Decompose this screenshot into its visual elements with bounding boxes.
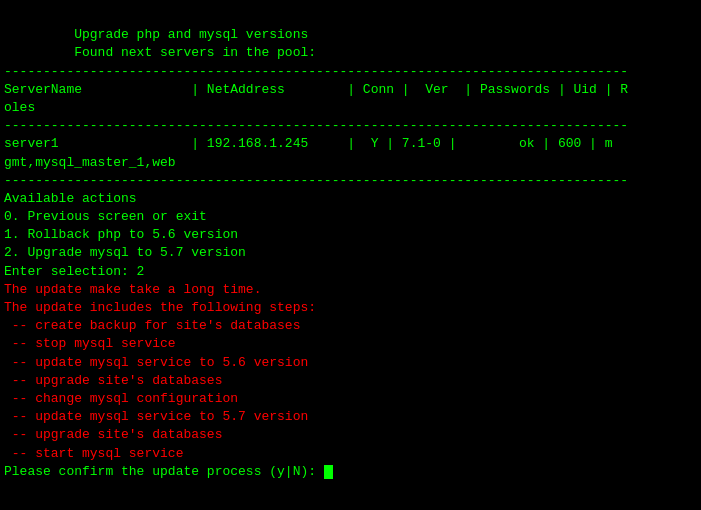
terminal-line: -- stop mysql service (4, 335, 697, 353)
terminal-line: -- change mysql configuration (4, 390, 697, 408)
terminal-line: Upgrade php and mysql versions (4, 26, 697, 44)
terminal-line: -- upgrade site's databases (4, 372, 697, 390)
terminal-line: The update includes the following steps: (4, 299, 697, 317)
terminal-line: ----------------------------------------… (4, 63, 697, 81)
terminal-line: Enter selection: 2 (4, 263, 697, 281)
terminal-cursor (324, 465, 333, 479)
terminal-line: -- start mysql service (4, 445, 697, 463)
terminal-line: Found next servers in the pool: (4, 44, 697, 62)
terminal-line: ----------------------------------------… (4, 117, 697, 135)
terminal-line: 1. Rollback php to 5.6 version (4, 226, 697, 244)
terminal-line: Available actions (4, 190, 697, 208)
terminal-line: The update make take a long time. (4, 281, 697, 299)
terminal-line: server1 | 192.168.1.245 | Y | 7.1-0 | ok… (4, 135, 697, 153)
terminal-line: ----------------------------------------… (4, 172, 697, 190)
terminal-line: -- update mysql service to 5.7 version (4, 408, 697, 426)
terminal-line: -- create backup for site's databases (4, 317, 697, 335)
terminal-line: -- update mysql service to 5.6 version (4, 354, 697, 372)
terminal-line: Please confirm the update process (y|N): (4, 463, 697, 481)
terminal-line: ServerName | NetAddress | Conn | Ver | P… (4, 81, 697, 99)
terminal-line: 2. Upgrade mysql to 5.7 version (4, 244, 697, 262)
terminal-line: -- upgrade site's databases (4, 426, 697, 444)
terminal-line: oles (4, 99, 697, 117)
terminal-window: Upgrade php and mysql versions Found nex… (4, 8, 697, 502)
terminal-line: gmt,mysql_master_1,web (4, 154, 697, 172)
terminal-line: 0. Previous screen or exit (4, 208, 697, 226)
